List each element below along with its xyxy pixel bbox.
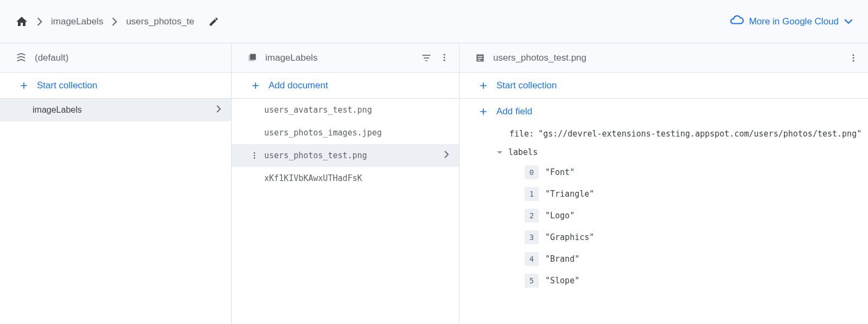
document-item[interactable]: users_avatars_test.png xyxy=(232,99,459,121)
svg-rect-17 xyxy=(478,60,481,60)
more-vert-icon[interactable] xyxy=(439,53,449,63)
svg-point-18 xyxy=(853,54,854,56)
svg-point-8 xyxy=(254,134,256,136)
array-value: "Triangle" xyxy=(545,189,594,199)
svg-point-20 xyxy=(853,60,854,61)
cloud-icon xyxy=(730,13,744,30)
svg-point-9 xyxy=(254,152,256,154)
more-vert-icon[interactable] xyxy=(848,53,858,63)
filter-icon[interactable] xyxy=(421,53,432,63)
add-document-button[interactable]: Add document xyxy=(232,73,459,99)
breadcrumb-left: imageLabels users_photos_te xyxy=(15,15,219,28)
document-item[interactable]: users_photos_images.jpeg xyxy=(232,121,459,144)
breadcrumb-item-1[interactable]: users_photos_te xyxy=(126,16,194,27)
array-value: "Brand" xyxy=(545,254,579,264)
svg-point-12 xyxy=(254,175,256,177)
array-index-badge: 2 xyxy=(525,209,539,223)
document-item[interactable]: users_photos_test.png xyxy=(232,144,459,167)
svg-point-4 xyxy=(254,109,256,111)
chevron-right-icon xyxy=(112,17,117,26)
panels: (default) Start collection imageLabels i… xyxy=(0,43,868,324)
edit-icon[interactable] xyxy=(208,16,219,27)
svg-point-19 xyxy=(853,57,854,59)
panel-document-header: users_photos_test.png xyxy=(459,43,868,73)
chevron-right-icon xyxy=(444,151,449,160)
array-value: "Slope" xyxy=(545,276,579,286)
add-document-label: Add document xyxy=(269,80,328,91)
start-collection-button[interactable]: Start collection xyxy=(0,73,231,99)
label-array-item[interactable]: 4 "Brand" xyxy=(459,248,868,270)
chevron-right-icon xyxy=(216,105,221,115)
label-array-item[interactable]: 1 "Triangle" xyxy=(459,183,868,205)
array-index-badge: 3 xyxy=(525,230,539,244)
panel-root: (default) Start collection imageLabels xyxy=(0,43,232,324)
start-subcollection-label: Start collection xyxy=(496,80,557,91)
array-index-badge: 5 xyxy=(525,274,539,288)
caret-down-icon[interactable] xyxy=(496,147,503,157)
collection-item-label: imageLabels xyxy=(33,105,216,115)
array-value: "Font" xyxy=(545,167,575,177)
array-index-badge: 4 xyxy=(525,252,539,266)
field-file[interactable]: file: "gs://devrel-extensions-testing.ap… xyxy=(459,125,868,143)
array-value: "Graphics" xyxy=(545,232,594,242)
collection-item[interactable]: imageLabels xyxy=(0,99,231,121)
start-collection-label: Start collection xyxy=(37,80,98,91)
svg-point-3 xyxy=(254,107,256,108)
field-labels[interactable]: labels xyxy=(459,143,868,161)
add-field-label: Add field xyxy=(496,106,532,117)
labels-key: labels xyxy=(508,147,538,157)
add-field-button[interactable]: Add field xyxy=(459,99,868,125)
document-item-label: xKf1KIVbKAwxUTHadFsK xyxy=(264,173,449,183)
breadcrumb-item-0[interactable]: imageLabels xyxy=(51,16,103,27)
home-icon[interactable] xyxy=(15,15,28,28)
panel-root-title: (default) xyxy=(35,53,221,63)
panel-root-header: (default) xyxy=(0,43,231,73)
more-in-cloud-link[interactable]: More in Google Cloud xyxy=(730,13,853,30)
document-item-label: users_photos_images.jpeg xyxy=(264,128,449,138)
panel-document-title: users_photos_test.png xyxy=(493,53,841,63)
label-array-item[interactable]: 2 "Logo" xyxy=(459,205,868,226)
label-array-item[interactable]: 3 "Graphics" xyxy=(459,226,868,248)
svg-point-1 xyxy=(444,56,445,58)
chevron-down-icon xyxy=(844,16,853,27)
svg-rect-15 xyxy=(478,56,482,56)
label-array-item[interactable]: 5 "Slope" xyxy=(459,270,868,291)
document-item-label: users_photos_test.png xyxy=(264,151,444,160)
more-in-cloud-label: More in Google Cloud xyxy=(749,16,839,27)
svg-point-7 xyxy=(254,132,256,134)
database-icon xyxy=(15,52,27,64)
field-file-value: "gs://devrel-extensions-testing.appspot.… xyxy=(538,129,861,139)
array-index-badge: 1 xyxy=(525,187,539,201)
svg-point-10 xyxy=(254,155,256,157)
svg-point-13 xyxy=(254,178,256,179)
panel-collection-title: imageLabels xyxy=(265,53,413,63)
start-subcollection-button[interactable]: Start collection xyxy=(459,73,868,99)
label-array-item[interactable]: 0 "Font" xyxy=(459,161,868,183)
panel-document: users_photos_test.png Start collection A… xyxy=(459,43,868,324)
svg-point-0 xyxy=(444,54,445,55)
panel-collection: imageLabels Add document user xyxy=(232,43,459,324)
svg-point-14 xyxy=(254,180,256,182)
document-item[interactable]: xKf1KIVbKAwxUTHadFsK xyxy=(232,167,459,190)
svg-point-2 xyxy=(444,59,445,61)
svg-rect-16 xyxy=(478,58,482,59)
row-more-vert-icon[interactable] xyxy=(250,151,260,160)
breadcrumb: imageLabels users_photos_te More in Goog… xyxy=(0,0,868,43)
array-index-badge: 0 xyxy=(525,165,539,179)
document-icon xyxy=(475,53,486,63)
array-value: "Logo" xyxy=(545,211,575,221)
svg-point-6 xyxy=(254,129,256,131)
chevron-right-icon xyxy=(37,17,42,26)
collection-icon xyxy=(247,53,258,63)
panel-collection-header: imageLabels xyxy=(232,43,459,73)
svg-point-11 xyxy=(254,157,256,159)
document-item-label: users_avatars_test.png xyxy=(264,105,449,115)
svg-point-5 xyxy=(254,112,256,113)
